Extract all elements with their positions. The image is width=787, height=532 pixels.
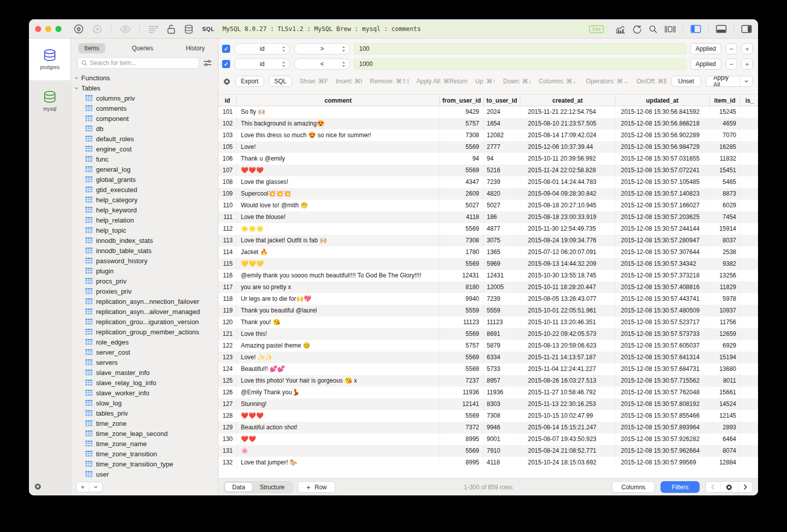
table-row[interactable]: 102 This background is amazing😍 5757 165… (218, 118, 758, 130)
sidebar-table-item[interactable]: help_relation (74, 215, 218, 225)
sidebar-table-item[interactable]: tables_priv (74, 408, 218, 418)
table-row[interactable]: 112 🌟🌟🌟 5569 4877 2015-11-30 12:54:49.73… (218, 223, 758, 235)
unset-button[interactable]: Unset (671, 76, 701, 87)
tree-group-functions[interactable]: Functions (74, 73, 218, 83)
settings-gear-icon[interactable] (34, 483, 42, 490)
remove-filter-button[interactable]: − (726, 58, 737, 70)
toggle-right-panel-icon[interactable] (741, 25, 752, 33)
sidebar-table-item[interactable]: replication_asyn...nnection_failover (74, 296, 218, 306)
search-icon[interactable] (649, 25, 657, 34)
sidebar-table-item[interactable]: default_roles (74, 134, 218, 144)
table-row[interactable]: 131 🌸 5569 7910 2015-08-24 21:08:52.771 … (218, 445, 758, 457)
table-row[interactable]: 130 ❤️❤️ 8995 9001 2015-08-07 19:43:50.9… (218, 433, 758, 445)
table-row[interactable]: 127 Stunning! 12141 8303 2015-11-13 22:3… (218, 398, 758, 410)
table-settings-gear-icon[interactable] (720, 482, 738, 492)
disconnect-icon[interactable] (92, 24, 102, 34)
connection-mysql[interactable]: mysql (29, 80, 71, 122)
tab-history[interactable]: History (180, 43, 211, 53)
sidebar-table-item[interactable]: slow_log (74, 398, 218, 408)
tab-queries[interactable]: Queries (125, 43, 159, 53)
add-item-split-button[interactable]: + (76, 482, 103, 492)
sidebar-table-item[interactable]: slave_worker_info (74, 388, 218, 398)
toggle-bottom-panel-icon[interactable] (716, 25, 727, 33)
connection-icon[interactable] (74, 24, 84, 34)
minimize-window-button[interactable] (45, 26, 51, 32)
sidebar-table-item[interactable]: replication_asyn...ailover_managed (74, 306, 218, 317)
filter-enabled-checkbox[interactable]: ✓ (222, 60, 230, 68)
previous-page-icon[interactable] (706, 482, 720, 492)
filter-operator-select[interactable]: > (294, 43, 350, 54)
remove-filter-button[interactable]: − (726, 43, 737, 54)
next-page-icon[interactable] (738, 482, 752, 492)
filter-column-select[interactable]: id (234, 58, 290, 70)
applied-button[interactable]: Applied (690, 43, 721, 54)
sql-preview-button[interactable]: SQL (269, 76, 292, 87)
table-row[interactable]: 109 Supercool💥💥💥 2609 4820 2015-09-04 09… (218, 188, 758, 200)
sidebar-table-item[interactable]: role_edges (74, 337, 218, 347)
sidebar-table-item[interactable]: innodb_index_stats (74, 235, 218, 245)
column-header-comment[interactable]: comment (237, 95, 440, 106)
sidebar-table-item[interactable]: engine_cost (74, 144, 218, 154)
add-item-dropdown-icon[interactable] (89, 482, 102, 492)
lock-icon[interactable] (167, 24, 175, 34)
column-header-from-user-id[interactable]: from_user_id (440, 95, 484, 106)
table-row[interactable]: 114 Jacket 🔥 1780 1365 2015-07-12 06:20:… (218, 246, 758, 258)
table-row[interactable]: 125 Love this photo! Your hair is gorgeo… (218, 375, 758, 387)
center-layout-icon[interactable] (665, 25, 676, 33)
sidebar-table-item[interactable]: replication_group_member_actions (74, 327, 218, 337)
column-header-to-user-id[interactable]: to_user_id (484, 95, 520, 106)
table-row[interactable]: 107 ❤️❤️❤️ 5569 5216 2015-11-24 22:02:58… (218, 165, 758, 176)
table-row[interactable]: 124 Beautiful!! 💕💕 5569 5733 2015-11-04 … (218, 363, 758, 375)
refresh-icon[interactable] (633, 24, 642, 34)
filter-operator-select[interactable]: < (294, 58, 350, 70)
table-row[interactable]: 111 Love the blouse! 4118 186 2015-08-18… (218, 211, 758, 223)
sidebar-table-item[interactable]: help_keyword (74, 205, 218, 215)
column-header-updated-at[interactable]: updated_at (615, 95, 710, 106)
chart-icon[interactable] (616, 25, 625, 34)
table-row[interactable]: 123 Love! ✨✨ 5569 6334 2015-11-21 14:13:… (218, 352, 758, 363)
sidebar-table-item[interactable]: help_category (74, 195, 218, 205)
sidebar-table-item[interactable]: component (74, 113, 218, 123)
table-row[interactable]: 118 Ur legs are to die for🙌💖 9940 7239 2… (218, 293, 758, 305)
apply-all-button[interactable]: Apply All (706, 76, 753, 87)
sidebar-table-item[interactable]: time_zone_leap_second (74, 428, 218, 439)
toggle-left-sidebar-icon[interactable] (690, 25, 701, 33)
sidebar-table-item[interactable]: db (74, 123, 218, 134)
add-filter-button[interactable]: + (741, 58, 753, 70)
column-header-item-id[interactable]: item_id (710, 95, 740, 106)
table-row[interactable]: 120 Thank you! 😘 11123 11123 2015-10-11 … (218, 317, 758, 328)
table-row[interactable]: 129 Beautiful action shot! 7372 9946 201… (218, 422, 758, 433)
sidebar-table-item[interactable]: global_grants (74, 174, 218, 184)
sidebar-table-item[interactable]: help_topic (74, 225, 218, 235)
column-header-is[interactable]: is_ (740, 95, 758, 106)
sidebar-table-item[interactable]: slave_master_info (74, 367, 218, 378)
tab-items[interactable]: Items (78, 43, 105, 53)
close-window-button[interactable] (35, 26, 41, 32)
table-row[interactable]: 132 Love that jumper! 🐎 8995 4118 2015-1… (218, 457, 758, 468)
table-row[interactable]: 116 @emily thank you soooo much beautifu… (218, 270, 758, 281)
sidebar-table-item[interactable]: gtid_executed (74, 184, 218, 195)
sidebar-table-item[interactable]: procs_priv (74, 276, 218, 286)
table-row[interactable]: 110 Would love to! @mith 😬 5027 5027 201… (218, 200, 758, 211)
filter-settings-gear-icon[interactable] (223, 78, 231, 85)
column-header-created-at[interactable]: created_at (520, 95, 615, 106)
filter-value-input[interactable]: 100 (354, 43, 686, 54)
filter-column-select[interactable]: id (234, 43, 290, 54)
preview-eye-icon[interactable] (120, 25, 131, 33)
add-row-button[interactable]: + Row (298, 481, 335, 493)
tab-structure[interactable]: Structure (253, 482, 292, 492)
column-header-id[interactable]: id (218, 95, 237, 106)
filter-value-input[interactable]: 1000 (354, 58, 686, 70)
sidebar-table-item[interactable]: time_zone_transition (74, 449, 218, 459)
table-row[interactable]: 105 Love! 5569 2777 2015-12-06 10:37:39.… (218, 141, 758, 153)
add-item-plus-icon[interactable]: + (77, 482, 89, 492)
commit-list-icon[interactable] (148, 25, 159, 34)
sidebar-table-item[interactable]: time_zone_name (74, 439, 218, 449)
add-filter-button[interactable]: + (741, 43, 753, 54)
sidebar-table-item[interactable]: slave_relay_log_info (74, 378, 218, 388)
table-row[interactable]: 128 ❤️❤️❤️ 5569 7308 2015-10-15 10:02:47… (218, 410, 758, 422)
sidebar-table-item[interactable]: columns_priv (74, 93, 218, 103)
table-row[interactable]: 103 Love this dress so much 😍 so nice fo… (218, 130, 758, 141)
sidebar-table-item[interactable]: servers (74, 357, 218, 367)
tree-group-tables[interactable]: Tables (74, 83, 218, 93)
